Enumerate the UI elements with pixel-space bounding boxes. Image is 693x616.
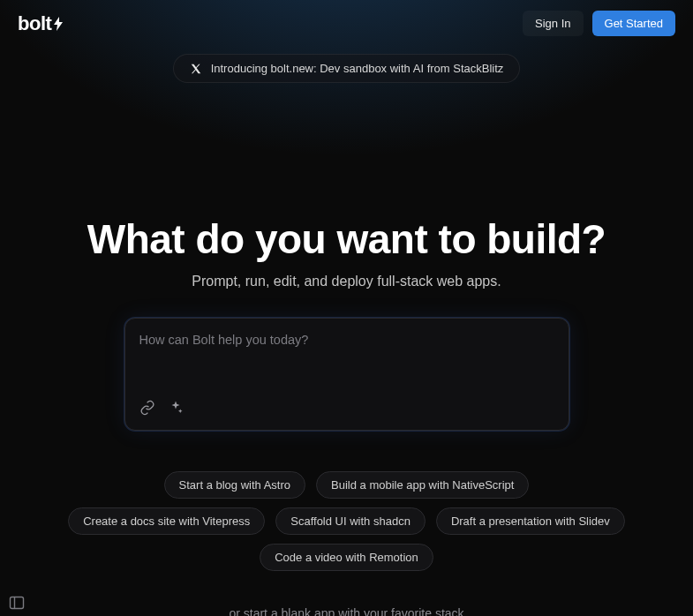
announcement-banner[interactable]: Introducing bolt.new: Dev sandbox with A… (173, 54, 521, 83)
hero-subhead: Prompt, run, edit, and deploy full-stack… (0, 274, 693, 289)
bolt-icon (54, 17, 63, 31)
get-started-button[interactable]: Get Started (592, 11, 675, 36)
prompt-tools (139, 400, 554, 416)
prompt-box (124, 318, 569, 431)
stack-hint-text: or start a blank app with your favorite … (0, 606, 693, 616)
hero-headline: What do you want to build? (0, 215, 693, 263)
suggestion-chip[interactable]: Scaffold UI with shadcn (275, 507, 426, 535)
suggestion-chip[interactable]: Build a mobile app with NativeScript (316, 471, 529, 499)
suggestion-chip[interactable]: Create a docs site with Vitepress (68, 507, 265, 535)
logo-text: bolt (18, 12, 51, 35)
logo[interactable]: bolt (18, 12, 63, 35)
auth-actions: Sign In Get Started (523, 11, 675, 36)
suggestion-chip[interactable]: Draft a presentation with Slidev (436, 507, 625, 535)
sparkle-icon[interactable] (168, 400, 184, 416)
x-icon (190, 63, 202, 75)
link-icon[interactable] (139, 400, 155, 416)
hero: What do you want to build? Prompt, run, … (0, 83, 693, 616)
announcement-text: Introducing bolt.new: Dev sandbox with A… (211, 62, 504, 75)
suggestion-chip[interactable]: Start a blog with Astro (164, 471, 305, 499)
topbar: bolt Sign In Get Started (0, 0, 693, 47)
suggestion-chips: Start a blog with Astro Build a mobile a… (64, 471, 629, 571)
signin-button[interactable]: Sign In (523, 11, 583, 36)
suggestion-chip[interactable]: Code a video with Remotion (260, 544, 433, 571)
prompt-input[interactable] (139, 333, 554, 387)
